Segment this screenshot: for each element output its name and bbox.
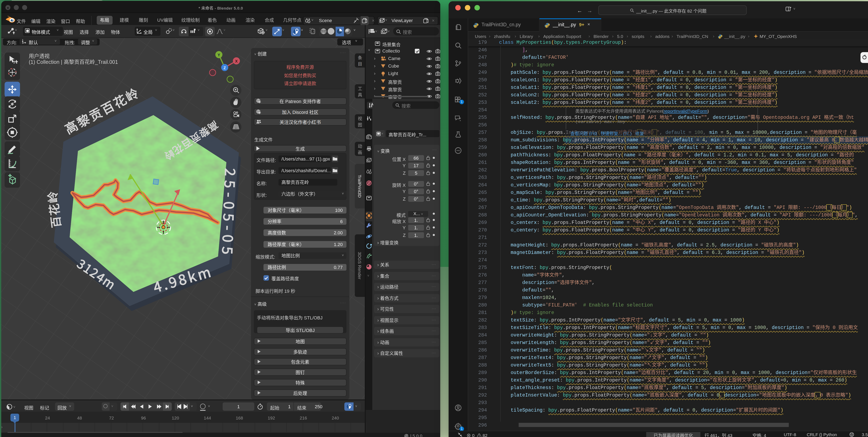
svg-text:25-05-05: 25-05-05	[218, 168, 242, 259]
svg-text:Z: Z	[224, 66, 226, 70]
svg-text:X: X	[235, 59, 238, 63]
svg-text:Y: Y	[218, 53, 220, 57]
